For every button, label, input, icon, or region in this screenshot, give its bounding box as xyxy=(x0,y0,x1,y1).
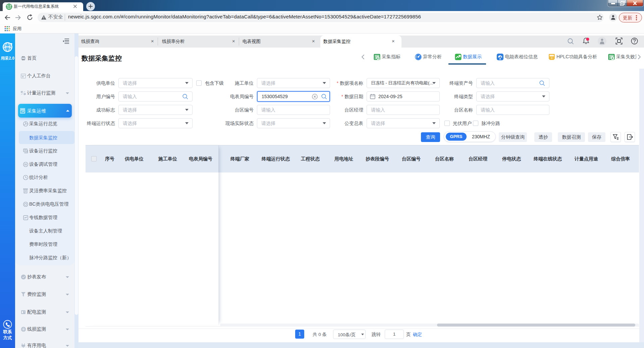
svg-text:A: A xyxy=(499,57,501,60)
